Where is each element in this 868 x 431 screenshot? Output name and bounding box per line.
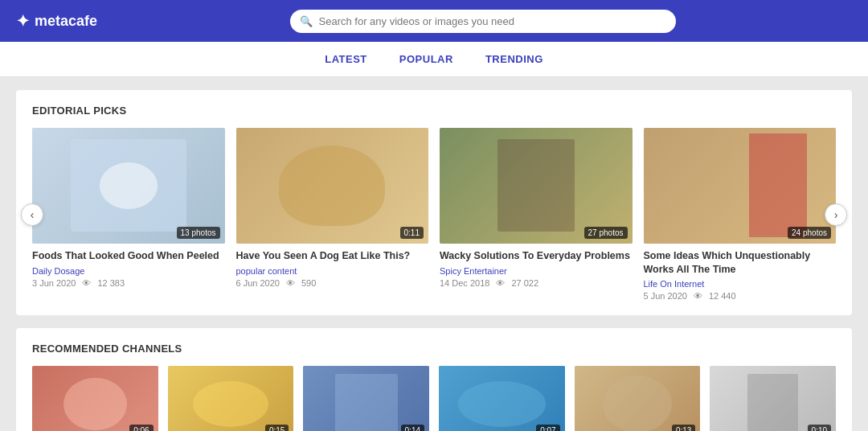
- editorial-thumb-3[interactable]: 24 photos: [644, 128, 837, 244]
- eye-icon-0: 👁: [82, 278, 91, 288]
- channel-thumb-4[interactable]: 0:13: [575, 366, 701, 431]
- search-icon: 🔍: [300, 15, 313, 27]
- editorial-date-0: 3 Jun 2020: [32, 278, 76, 288]
- channel-thumb-1[interactable]: 0:15: [168, 366, 294, 431]
- editorial-thumb-1[interactable]: 0:11: [236, 128, 429, 244]
- channel-badge-1: 0:15: [265, 425, 289, 431]
- channel-badge-0: 0:06: [129, 425, 153, 431]
- editorial-badge-0: 13 photos: [177, 227, 220, 239]
- editorial-meta-0: 3 Jun 2020 👁 12 383: [32, 278, 225, 288]
- header: ✦ metacafe 🔍: [0, 0, 868, 42]
- editorial-picks-section: EDITORIAL PICKS ‹ 13 photos Foods That L…: [16, 90, 852, 315]
- channel-item-1: 0:15 All You Need A Little Push contentg…: [168, 366, 294, 431]
- editorial-picks-row: 13 photos Foods That Looked Good When Pe…: [32, 128, 836, 301]
- channel-item-5: 0:10 Sometimes The Stairs Are Unhealthy …: [710, 366, 836, 431]
- recommended-channels-section: RECOMMENDED CHANNELS 0:06 When You Try t…: [16, 328, 852, 431]
- channel-thumb-3[interactable]: 0:07: [439, 366, 565, 431]
- channel-item-0: 0:06 When You Try to Show Off Too Much T…: [32, 366, 158, 431]
- editorial-badge-2: 27 photos: [584, 227, 628, 239]
- nav-tabs: LATEST POPULAR TRENDING: [0, 42, 868, 77]
- eye-icon-3: 👁: [694, 291, 702, 301]
- logo-star-icon: ✦: [16, 11, 30, 31]
- editorial-channel-3[interactable]: Life On Internet: [644, 279, 837, 289]
- editorial-thumb-2[interactable]: 27 photos: [440, 128, 633, 244]
- editorial-meta-3: 5 Jun 2020 👁 12 440: [644, 291, 837, 301]
- editorial-date-1: 6 Jun 2020: [236, 278, 280, 288]
- editorial-item-2: 27 photos Wacky Solutions To Everyday Pr…: [440, 128, 633, 288]
- editorial-title-3: Some Ideas Which Unquestionably Works Al…: [644, 249, 837, 277]
- search-input[interactable]: [290, 10, 676, 33]
- channel-badge-2: 0:14: [401, 425, 424, 431]
- editorial-date-3: 5 Jun 2020: [644, 291, 687, 301]
- editorial-views-3: 12 440: [709, 291, 736, 301]
- carousel-arrow-left[interactable]: ‹: [21, 203, 43, 226]
- editorial-views-1: 590: [301, 278, 316, 288]
- logo[interactable]: ✦ metacafe: [16, 11, 97, 31]
- channel-thumb-0[interactable]: 0:06: [32, 366, 158, 431]
- editorial-title-0: Foods That Looked Good When Peeled: [32, 249, 225, 263]
- tab-latest[interactable]: LATEST: [325, 53, 367, 65]
- channel-thumb-5[interactable]: 0:10: [710, 366, 836, 431]
- main-content: EDITORIAL PICKS ‹ 13 photos Foods That L…: [0, 77, 868, 431]
- channel-badge-5: 0:10: [808, 425, 831, 431]
- editorial-thumb-0[interactable]: 13 photos: [32, 128, 225, 244]
- eye-icon-1: 👁: [286, 278, 295, 288]
- editorial-meta-2: 14 Dec 2018 👁 27 022: [440, 278, 633, 288]
- channel-item-2: 0:14 All The Selfies Are Not Gold! Daily…: [303, 366, 429, 431]
- carousel-arrow-right[interactable]: ›: [825, 203, 847, 226]
- search-bar: 🔍: [290, 10, 676, 33]
- tab-popular[interactable]: POPULAR: [399, 53, 453, 65]
- channel-thumb-2[interactable]: 0:14: [303, 366, 429, 431]
- editorial-item-1: 0:11 Have You Seen A Dog Eat Like This? …: [236, 128, 429, 288]
- editorial-item-0: 13 photos Foods That Looked Good When Pe…: [32, 128, 225, 288]
- channel-item-3: 0:07 Almost Needed The Coffin Dancers po…: [439, 366, 565, 431]
- editorial-badge-1: 0:11: [400, 227, 424, 239]
- channels-row: 0:06 When You Try to Show Off Too Much T…: [32, 366, 836, 431]
- editorial-picks-title: EDITORIAL PICKS: [32, 105, 836, 117]
- editorial-channel-2[interactable]: Spicy Entertainer: [440, 266, 633, 276]
- eye-icon-2: 👁: [496, 278, 505, 288]
- editorial-item-3: 24 photos Some Ideas Which Unquestionabl…: [644, 128, 837, 301]
- channel-item-4: 0:13 When Pranking Your Girlfriend Goes …: [575, 366, 701, 431]
- editorial-views-0: 12 383: [97, 278, 125, 288]
- recommended-channels-title: RECOMMENDED CHANNELS: [32, 343, 836, 355]
- editorial-channel-1[interactable]: popular content: [236, 266, 429, 276]
- logo-text: metacafe: [35, 13, 97, 30]
- channel-badge-3: 0:07: [536, 425, 559, 431]
- editorial-date-2: 14 Dec 2018: [440, 278, 489, 288]
- channel-badge-4: 0:13: [672, 425, 695, 431]
- editorial-channel-0[interactable]: Daily Dosage: [32, 266, 225, 276]
- editorial-title-2: Wacky Solutions To Everyday Problems: [440, 249, 633, 263]
- editorial-views-2: 27 022: [511, 278, 538, 288]
- editorial-meta-1: 6 Jun 2020 👁 590: [236, 278, 429, 288]
- tab-trending[interactable]: TRENDING: [485, 53, 543, 65]
- editorial-badge-3: 24 photos: [788, 227, 831, 239]
- editorial-title-1: Have You Seen A Dog Eat Like This?: [236, 249, 429, 263]
